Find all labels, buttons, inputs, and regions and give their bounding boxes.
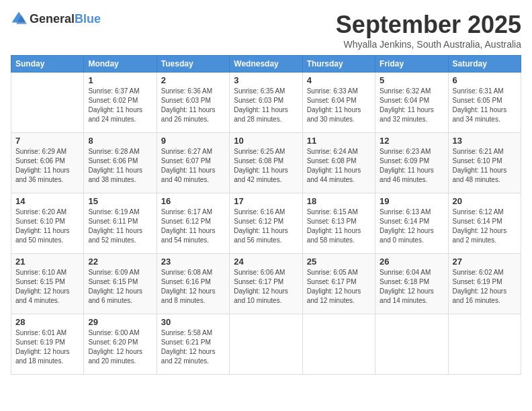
- day-info: Sunrise: 6:06 AMSunset: 6:17 PMDaylight:…: [234, 268, 298, 306]
- calendar-cell: [375, 314, 448, 375]
- day-info: Sunrise: 6:21 AMSunset: 6:10 PMDaylight:…: [453, 147, 517, 185]
- calendar-cell: 24Sunrise: 6:06 AMSunset: 6:17 PMDayligh…: [230, 254, 302, 314]
- calendar-cell: 4Sunrise: 6:33 AMSunset: 6:04 PMDaylight…: [302, 73, 375, 133]
- day-info: Sunrise: 6:12 AMSunset: 6:14 PMDaylight:…: [453, 208, 517, 245]
- logo-icon: [11, 11, 27, 27]
- calendar-cell: [302, 314, 375, 375]
- day-number: 9: [161, 136, 225, 146]
- logo-text-blue: Blue: [75, 12, 101, 26]
- calendar-cell: 27Sunrise: 6:02 AMSunset: 6:19 PMDayligh…: [448, 254, 521, 314]
- calendar-header-row: SundayMondayTuesdayWednesdayThursdayFrid…: [11, 56, 521, 73]
- day-number: 4: [307, 75, 371, 85]
- calendar-cell: 9Sunrise: 6:27 AMSunset: 6:07 PMDaylight…: [157, 133, 229, 193]
- day-info: Sunrise: 6:33 AMSunset: 6:04 PMDaylight:…: [307, 87, 371, 124]
- day-info: Sunrise: 6:27 AMSunset: 6:07 PMDaylight:…: [161, 147, 225, 185]
- day-info: Sunrise: 6:16 AMSunset: 6:12 PMDaylight:…: [234, 208, 298, 245]
- day-info: Sunrise: 6:36 AMSunset: 6:03 PMDaylight:…: [161, 87, 225, 124]
- day-info: Sunrise: 6:05 AMSunset: 6:17 PMDaylight:…: [307, 268, 371, 306]
- day-info: Sunrise: 6:23 AMSunset: 6:09 PMDaylight:…: [380, 147, 443, 185]
- month-year-title: September 2025: [336, 11, 521, 39]
- calendar-cell: 1Sunrise: 6:37 AMSunset: 6:02 PMDaylight…: [84, 73, 157, 133]
- calendar-week-row: 1Sunrise: 6:37 AMSunset: 6:02 PMDaylight…: [11, 73, 521, 133]
- day-info: Sunrise: 6:37 AMSunset: 6:02 PMDaylight:…: [88, 87, 152, 124]
- calendar-header-saturday: Saturday: [448, 56, 521, 73]
- day-number: 8: [88, 136, 152, 146]
- day-info: Sunrise: 6:28 AMSunset: 6:06 PMDaylight:…: [88, 147, 152, 185]
- day-number: 21: [15, 257, 79, 267]
- calendar-cell: 28Sunrise: 6:01 AMSunset: 6:19 PMDayligh…: [11, 314, 84, 375]
- day-info: Sunrise: 5:58 AMSunset: 6:21 PMDaylight:…: [161, 328, 225, 366]
- calendar-cell: 23Sunrise: 6:08 AMSunset: 6:16 PMDayligh…: [157, 254, 229, 314]
- calendar-cell: 13Sunrise: 6:21 AMSunset: 6:10 PMDayligh…: [448, 133, 521, 193]
- calendar-header-wednesday: Wednesday: [230, 56, 302, 73]
- calendar-cell: [230, 314, 302, 375]
- calendar-cell: 2Sunrise: 6:36 AMSunset: 6:03 PMDaylight…: [157, 73, 229, 133]
- day-number: 10: [234, 136, 298, 146]
- logo-text-general: General: [30, 12, 75, 26]
- calendar-header-thursday: Thursday: [302, 56, 375, 73]
- calendar-week-row: 7Sunrise: 6:29 AMSunset: 6:06 PMDaylight…: [11, 133, 521, 193]
- day-number: 14: [15, 196, 79, 206]
- calendar-week-row: 14Sunrise: 6:20 AMSunset: 6:10 PMDayligh…: [11, 193, 521, 254]
- day-info: Sunrise: 6:01 AMSunset: 6:19 PMDaylight:…: [15, 328, 79, 366]
- calendar-table: SundayMondayTuesdayWednesdayThursdayFrid…: [11, 55, 521, 375]
- calendar-cell: 18Sunrise: 6:15 AMSunset: 6:13 PMDayligh…: [302, 193, 375, 254]
- calendar-cell: 25Sunrise: 6:05 AMSunset: 6:17 PMDayligh…: [302, 254, 375, 314]
- day-number: 6: [453, 75, 517, 85]
- day-number: 5: [380, 75, 443, 85]
- day-info: Sunrise: 6:31 AMSunset: 6:05 PMDaylight:…: [453, 87, 517, 124]
- day-info: Sunrise: 6:04 AMSunset: 6:18 PMDaylight:…: [380, 268, 443, 306]
- calendar-cell: 30Sunrise: 5:58 AMSunset: 6:21 PMDayligh…: [157, 314, 229, 375]
- calendar-cell: 11Sunrise: 6:24 AMSunset: 6:08 PMDayligh…: [302, 133, 375, 193]
- day-number: 24: [234, 257, 298, 267]
- day-number: 20: [453, 196, 517, 206]
- location-subtitle: Whyalla Jenkins, South Australia, Austra…: [336, 39, 521, 50]
- day-info: Sunrise: 6:24 AMSunset: 6:08 PMDaylight:…: [307, 147, 371, 185]
- day-number: 18: [307, 196, 371, 206]
- calendar-cell: 15Sunrise: 6:19 AMSunset: 6:11 PMDayligh…: [84, 193, 157, 254]
- calendar-cell: 12Sunrise: 6:23 AMSunset: 6:09 PMDayligh…: [375, 133, 448, 193]
- day-info: Sunrise: 6:13 AMSunset: 6:14 PMDaylight:…: [380, 208, 443, 245]
- day-number: 7: [15, 136, 79, 146]
- calendar-header-monday: Monday: [84, 56, 157, 73]
- calendar-cell: 26Sunrise: 6:04 AMSunset: 6:18 PMDayligh…: [375, 254, 448, 314]
- day-number: 3: [234, 75, 298, 85]
- day-number: 19: [380, 196, 443, 206]
- day-number: 17: [234, 196, 298, 206]
- calendar-cell: 3Sunrise: 6:35 AMSunset: 6:03 PMDaylight…: [230, 73, 302, 133]
- calendar-cell: 21Sunrise: 6:10 AMSunset: 6:15 PMDayligh…: [11, 254, 84, 314]
- logo: GeneralBlue: [11, 11, 101, 27]
- day-info: Sunrise: 6:17 AMSunset: 6:12 PMDaylight:…: [161, 208, 225, 245]
- day-number: 25: [307, 257, 371, 267]
- calendar-cell: 5Sunrise: 6:32 AMSunset: 6:04 PMDaylight…: [375, 73, 448, 133]
- day-info: Sunrise: 6:00 AMSunset: 6:20 PMDaylight:…: [88, 328, 152, 366]
- day-number: 30: [161, 317, 225, 327]
- day-info: Sunrise: 6:35 AMSunset: 6:03 PMDaylight:…: [234, 87, 298, 124]
- calendar-header-sunday: Sunday: [11, 56, 84, 73]
- day-info: Sunrise: 6:10 AMSunset: 6:15 PMDaylight:…: [15, 268, 79, 306]
- day-number: 27: [453, 257, 517, 267]
- day-number: 23: [161, 257, 225, 267]
- calendar-week-row: 28Sunrise: 6:01 AMSunset: 6:19 PMDayligh…: [11, 314, 521, 375]
- day-info: Sunrise: 6:15 AMSunset: 6:13 PMDaylight:…: [307, 208, 371, 245]
- calendar-cell: 7Sunrise: 6:29 AMSunset: 6:06 PMDaylight…: [11, 133, 84, 193]
- day-info: Sunrise: 6:08 AMSunset: 6:16 PMDaylight:…: [161, 268, 225, 306]
- day-number: 11: [307, 136, 371, 146]
- calendar-cell: 8Sunrise: 6:28 AMSunset: 6:06 PMDaylight…: [84, 133, 157, 193]
- calendar-header-tuesday: Tuesday: [157, 56, 229, 73]
- calendar-cell: [448, 314, 521, 375]
- day-info: Sunrise: 6:19 AMSunset: 6:11 PMDaylight:…: [88, 208, 152, 245]
- calendar-cell: 20Sunrise: 6:12 AMSunset: 6:14 PMDayligh…: [448, 193, 521, 254]
- day-number: 12: [380, 136, 443, 146]
- calendar-cell: 10Sunrise: 6:25 AMSunset: 6:08 PMDayligh…: [230, 133, 302, 193]
- calendar-cell: 19Sunrise: 6:13 AMSunset: 6:14 PMDayligh…: [375, 193, 448, 254]
- day-number: 1: [88, 75, 152, 85]
- calendar-cell: 22Sunrise: 6:09 AMSunset: 6:15 PMDayligh…: [84, 254, 157, 314]
- day-number: 22: [88, 257, 152, 267]
- day-info: Sunrise: 6:20 AMSunset: 6:10 PMDaylight:…: [15, 208, 79, 245]
- calendar-cell: 16Sunrise: 6:17 AMSunset: 6:12 PMDayligh…: [157, 193, 229, 254]
- calendar-cell: 6Sunrise: 6:31 AMSunset: 6:05 PMDaylight…: [448, 73, 521, 133]
- calendar-cell: [11, 73, 84, 133]
- day-info: Sunrise: 6:32 AMSunset: 6:04 PMDaylight:…: [380, 87, 443, 124]
- day-info: Sunrise: 6:02 AMSunset: 6:19 PMDaylight:…: [453, 268, 517, 306]
